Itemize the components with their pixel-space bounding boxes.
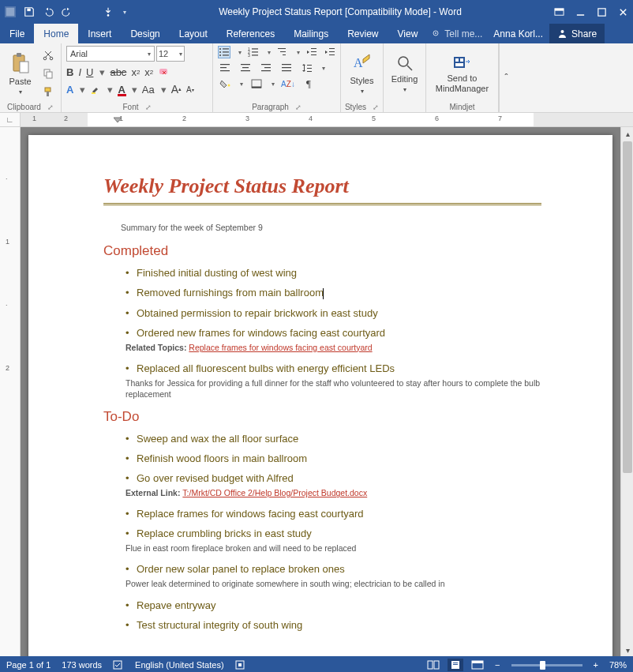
font-name-combo[interactable]: Arial▾ <box>66 46 155 62</box>
strikethrough-icon[interactable]: abc <box>110 66 126 78</box>
window-title: Weekly Project Status Report [Compatibil… <box>133 6 548 17</box>
spell-check-icon[interactable] <box>113 659 124 670</box>
change-case-icon[interactable]: Aa <box>142 84 155 96</box>
page-number-status[interactable]: Page 1 of 1 <box>6 660 51 670</box>
text-effects-icon[interactable]: A <box>66 84 73 96</box>
close-icon[interactable] <box>618 7 628 17</box>
shrink-font-icon[interactable]: A▾ <box>186 85 194 94</box>
sort-icon[interactable]: AZ↓ <box>281 77 295 90</box>
tab-layout[interactable]: Layout <box>170 24 217 43</box>
zoom-slider-handle[interactable] <box>540 661 545 670</box>
word-count-status[interactable]: 173 words <box>62 660 102 670</box>
paragraph-launcher-icon[interactable]: ⤢ <box>295 103 302 111</box>
svg-rect-78 <box>472 661 483 663</box>
share-button[interactable]: Share <box>549 24 605 43</box>
tab-mailings[interactable]: Mailings <box>284 24 338 43</box>
styles-button[interactable]: A Styles ▾ <box>346 46 378 101</box>
ruler-tick: 7 <box>498 115 502 122</box>
font-name-value: Arial <box>70 49 88 58</box>
borders-icon[interactable] <box>249 77 264 90</box>
tab-insert[interactable]: Insert <box>78 24 121 43</box>
font-launcher-icon[interactable]: ⤢ <box>145 103 152 111</box>
undo-icon[interactable] <box>43 6 54 17</box>
line-spacing-icon[interactable] <box>300 62 314 74</box>
svg-rect-69 <box>114 661 122 669</box>
styles-group-label: Styles <box>345 103 366 111</box>
ribbon-display-options-icon[interactable] <box>554 7 564 17</box>
vertical-scrollbar[interactable]: ▴ ▾ <box>620 127 633 656</box>
styles-launcher-icon[interactable]: ⤢ <box>373 103 379 111</box>
tell-me-search[interactable]: Tell me... <box>427 24 487 43</box>
save-icon[interactable] <box>24 6 35 17</box>
superscript-icon[interactable]: x2 <box>144 66 153 78</box>
scroll-down-icon[interactable]: ▾ <box>621 644 633 656</box>
format-painter-icon[interactable] <box>40 84 56 99</box>
bold-icon[interactable]: B <box>66 66 73 78</box>
web-layout-icon[interactable] <box>471 660 484 670</box>
titlebar: ▾ Weekly Project Status Report [Compatib… <box>0 0 633 24</box>
print-layout-icon[interactable] <box>448 659 463 671</box>
align-right-icon[interactable] <box>259 62 273 74</box>
svg-rect-2 <box>27 9 30 12</box>
account-name[interactable]: Anna Korl... <box>487 24 549 43</box>
tab-review[interactable]: Review <box>338 24 388 43</box>
list-item: Replace crumbling bricks in east study <box>125 527 541 547</box>
justify-icon[interactable] <box>279 62 294 74</box>
highlight-icon[interactable] <box>90 84 101 95</box>
list-item: Removed furnishings from main ballroom <box>125 287 541 307</box>
copy-icon[interactable] <box>40 66 56 81</box>
font-color-icon[interactable]: A <box>118 84 125 96</box>
editing-button[interactable]: Editing ▾ <box>388 46 421 101</box>
clipboard-launcher-icon[interactable]: ⤢ <box>47 103 54 111</box>
tab-file[interactable]: File <box>0 24 34 43</box>
tab-view[interactable]: View <box>388 24 428 43</box>
tab-selector[interactable]: ∟ <box>0 113 21 126</box>
horizontal-ruler[interactable]: ∟ 121234567 <box>0 113 633 127</box>
zoom-level[interactable]: 78% <box>609 660 627 670</box>
paste-button[interactable]: Paste ▾ <box>5 46 36 101</box>
maximize-icon[interactable] <box>597 7 607 17</box>
align-center-icon[interactable] <box>238 62 253 74</box>
collapse-ribbon-icon[interactable]: ˆ <box>499 43 513 112</box>
vertical-ruler[interactable]: · 1 · 2 <box>0 127 21 656</box>
font-size-combo[interactable]: 12▾ <box>156 46 185 62</box>
tab-home[interactable]: Home <box>34 24 78 43</box>
scrollbar-thumb[interactable] <box>623 141 632 473</box>
bullets-icon[interactable] <box>218 46 230 58</box>
tab-references[interactable]: References <box>217 24 284 43</box>
shading-icon[interactable] <box>218 77 232 90</box>
send-to-mindmanager-button[interactable]: Send to MindManager <box>431 46 493 101</box>
clear-formatting-icon[interactable] <box>158 67 170 78</box>
svg-rect-52 <box>282 64 291 65</box>
subscript-icon[interactable]: x2 <box>131 66 140 78</box>
redo-icon[interactable] <box>62 6 73 17</box>
grow-font-icon[interactable]: A▴ <box>171 83 182 96</box>
zoom-slider[interactable] <box>511 664 582 666</box>
touch-mode-icon[interactable] <box>103 6 114 17</box>
decrease-indent-icon[interactable] <box>306 46 318 58</box>
svg-rect-34 <box>278 48 286 49</box>
zoom-in-icon[interactable]: + <box>594 660 598 670</box>
svg-point-10 <box>561 30 564 33</box>
tab-design[interactable]: Design <box>121 24 169 43</box>
zoom-out-icon[interactable]: − <box>495 660 500 670</box>
align-left-icon[interactable] <box>218 62 232 74</box>
document-title: Weekly Project Status Report <box>103 175 541 205</box>
language-status[interactable]: English (United States) <box>135 660 224 670</box>
read-mode-icon[interactable] <box>427 660 440 670</box>
scroll-up-icon[interactable]: ▴ <box>621 127 633 140</box>
minimize-icon[interactable] <box>575 7 586 17</box>
document-page[interactable]: Weekly Project Status ReportSummary for … <box>28 135 612 656</box>
svg-rect-7 <box>598 8 605 15</box>
italic-icon[interactable]: I <box>78 66 81 78</box>
numbering-icon[interactable]: 123 <box>248 46 260 58</box>
increase-indent-icon[interactable] <box>324 46 335 58</box>
multilevel-list-icon[interactable] <box>277 46 289 58</box>
show-hide-marks-icon[interactable]: ¶ <box>302 77 316 90</box>
macro-record-icon[interactable] <box>235 660 245 670</box>
underline-icon[interactable]: U <box>86 66 93 78</box>
ruler-tick: 2 <box>64 115 68 122</box>
cut-icon[interactable] <box>40 48 56 62</box>
svg-rect-1 <box>6 8 15 17</box>
font-size-value: 12 <box>159 49 168 58</box>
